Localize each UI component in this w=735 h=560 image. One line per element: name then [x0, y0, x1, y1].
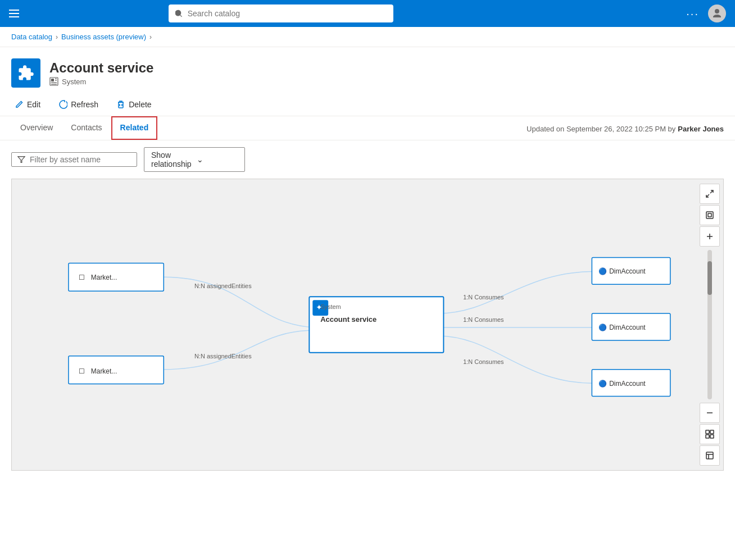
expand-button[interactable]: [700, 184, 720, 204]
asset-source-label: System: [62, 78, 86, 86]
graph-controls: [696, 179, 723, 470]
svg-rect-18: [706, 430, 709, 434]
center-node-label: Account service: [320, 315, 376, 324]
search-bar: [169, 4, 393, 22]
filter-icon: [17, 156, 25, 163]
breadcrumb: Data catalog › Business assets (preview)…: [0, 27, 735, 47]
svg-rect-20: [706, 435, 709, 438]
arrange-button[interactable]: [700, 424, 720, 444]
chevron-down-icon: ⌄: [197, 155, 238, 164]
avatar[interactable]: [708, 4, 726, 22]
tab-overview[interactable]: Overview: [11, 116, 62, 140]
node-dimaccount-1-label: DimAccount: [609, 267, 646, 275]
puzzle-piece-icon: [17, 65, 34, 81]
graph-canvas[interactable]: N:N assignedEntities N:N assignedEntitie…: [12, 179, 696, 470]
edge-label-5: 1:N Consumes: [463, 358, 504, 365]
fit-button[interactable]: [700, 205, 720, 225]
asset-source: System: [49, 77, 153, 86]
svg-rect-13: [706, 212, 713, 218]
filter-input-wrap: [11, 152, 137, 167]
hamburger-menu-icon[interactable]: [9, 10, 19, 17]
asset-title: Account service: [49, 60, 153, 76]
refresh-icon: [58, 100, 67, 109]
refresh-label: Refresh: [71, 100, 98, 109]
edge-label-2: N:N assignedEntities: [194, 353, 252, 359]
svg-rect-1: [51, 79, 54, 81]
edge-label-3: 1:N Consumes: [463, 294, 504, 301]
svg-rect-21: [710, 435, 714, 438]
refresh-button[interactable]: Refresh: [55, 98, 102, 111]
node-dimaccount-2-label: DimAccount: [609, 324, 646, 331]
asset-info: Account service System: [49, 60, 153, 86]
breadcrumb-datacatalog[interactable]: Data catalog: [11, 33, 52, 41]
delete-icon: [116, 100, 125, 109]
edge-label-4: 1:N Consumes: [463, 316, 504, 323]
more-options-icon[interactable]: ···: [686, 7, 699, 20]
edit-button[interactable]: Edit: [11, 98, 44, 111]
svg-rect-19: [710, 430, 714, 434]
frame-button[interactable]: [700, 445, 720, 466]
graph-scrollbar-thumb: [707, 261, 712, 295]
update-text: Updated on September 26, 2022 10:25 PM b…: [527, 125, 675, 133]
edit-icon: [15, 100, 24, 109]
update-author: Parker Jones: [678, 125, 724, 133]
app-header: ···: [0, 0, 735, 27]
svg-rect-14: [708, 213, 711, 217]
breadcrumb-businessassets[interactable]: Business assets (preview): [61, 33, 146, 41]
header-right: ···: [686, 4, 726, 22]
edit-label: Edit: [27, 100, 40, 109]
search-icon: [175, 10, 183, 17]
filter-input[interactable]: [30, 155, 131, 164]
relationship-dropdown[interactable]: Show relationship ⌄: [144, 147, 245, 172]
delete-label: Delete: [129, 100, 151, 109]
search-input[interactable]: [188, 9, 387, 18]
graph-area: N:N assignedEntities N:N assignedEntitie…: [11, 179, 724, 471]
svg-rect-24: [706, 452, 713, 459]
center-node-sublabel: System: [320, 303, 341, 310]
asset-icon: [11, 58, 40, 88]
relationship-label: Show relationship: [151, 151, 192, 169]
update-info: Updated on September 26, 2022 10:25 PM b…: [527, 118, 724, 140]
breadcrumb-sep-2: ›: [149, 33, 152, 41]
node-dimaccount-3-label: DimAccount: [609, 380, 646, 388]
node-market-1-label: Market...: [91, 274, 117, 281]
zoom-out-button[interactable]: [700, 403, 720, 423]
tab-contacts[interactable]: Contacts: [62, 116, 111, 140]
tab-related[interactable]: Related: [111, 116, 158, 140]
svg-marker-9: [18, 157, 25, 163]
breadcrumb-sep-1: ›: [56, 33, 58, 41]
svg-rect-6: [119, 102, 123, 108]
source-icon: [49, 77, 58, 86]
page-header: Account service System: [0, 47, 735, 93]
tabs-left: Overview Contacts Related: [11, 116, 157, 140]
node-market-1-icon: ☐: [79, 274, 85, 281]
filter-bar: Show relationship ⌄: [0, 140, 735, 179]
tabs-bar: Overview Contacts Related Updated on Sep…: [0, 116, 735, 140]
node-dimaccount-1-icon: 🔵: [598, 267, 607, 275]
node-dimaccount-2-icon: 🔵: [598, 323, 607, 331]
graph-scrollbar[interactable]: [707, 250, 712, 399]
node-market-2-icon: ☐: [79, 367, 85, 375]
zoom-in-button[interactable]: [700, 226, 720, 247]
delete-button[interactable]: Delete: [113, 98, 155, 111]
toolbar: Edit Refresh Delete: [0, 93, 735, 116]
edge-label-1: N:N assignedEntities: [194, 283, 252, 289]
node-dimaccount-3-icon: 🔵: [598, 379, 607, 388]
node-market-2-label: Market...: [91, 367, 117, 375]
